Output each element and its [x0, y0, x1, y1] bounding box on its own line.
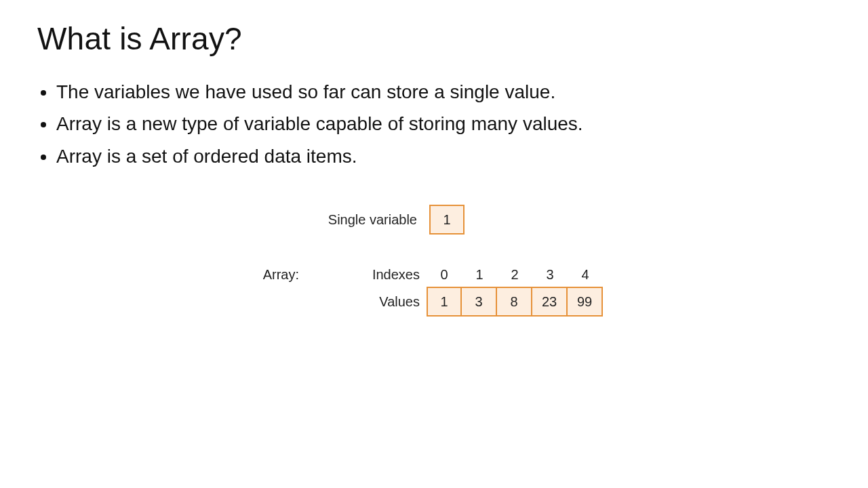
single-variable-box: 1 [429, 205, 465, 235]
index-cell: 1 [462, 267, 497, 283]
value-cell: 1 [427, 287, 462, 317]
index-cell: 4 [568, 267, 603, 283]
bullet-list: The variables we have used so far can st… [37, 77, 831, 171]
single-variable-row: Single variable 1 [234, 205, 668, 235]
value-cells: 1 3 8 23 99 [427, 287, 603, 317]
index-cells: 0 1 2 3 4 [427, 267, 603, 283]
slide: What is Array? The variables we have use… [0, 0, 868, 341]
bullet-item: Array is a set of ordered data items. [56, 142, 831, 171]
values-label: Values [311, 294, 427, 310]
array-diagram: Single variable 1 Array: Indexes 0 1 2 3… [234, 205, 668, 317]
indexes-row: Array: Indexes 0 1 2 3 4 [234, 267, 668, 283]
slide-title: What is Array? [37, 20, 831, 57]
index-cell: 2 [497, 267, 532, 283]
value-cell: 3 [462, 287, 497, 317]
value-cell: 8 [497, 287, 532, 317]
value-cell: 23 [532, 287, 568, 317]
index-cell: 3 [532, 267, 568, 283]
index-cell: 0 [427, 267, 462, 283]
bullet-item: Array is a new type of variable capable … [56, 109, 831, 138]
value-cell: 99 [568, 287, 603, 317]
single-variable-label: Single variable [234, 212, 429, 228]
array-label: Array: [234, 267, 311, 283]
values-row: Values 1 3 8 23 99 [234, 287, 668, 317]
indexes-label: Indexes [311, 267, 427, 283]
bullet-item: The variables we have used so far can st… [56, 77, 831, 106]
